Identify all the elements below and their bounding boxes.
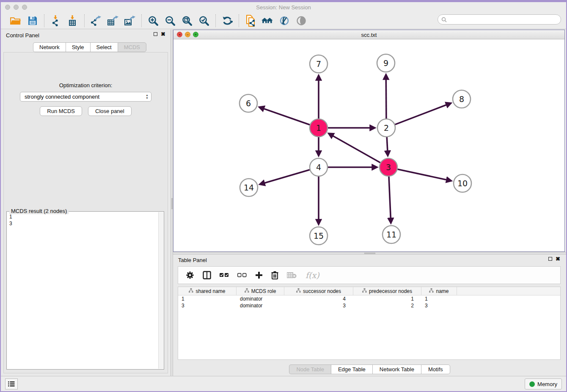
function-icon: f(x) xyxy=(306,271,319,280)
tab-select[interactable]: Select xyxy=(90,42,118,52)
cell-MCDS-role[interactable]: dominator xyxy=(237,295,284,302)
search-box[interactable] xyxy=(438,14,561,25)
open-session-button[interactable] xyxy=(8,14,23,28)
node-10[interactable]: 10 xyxy=(454,174,471,192)
add-row-button[interactable] xyxy=(255,268,263,282)
column-header-name[interactable]: name xyxy=(421,287,457,295)
tab-network[interactable]: Network xyxy=(33,42,66,52)
close-panel-button[interactable]: Close panel xyxy=(88,106,132,116)
import-network-button[interactable] xyxy=(49,14,63,28)
node-9[interactable]: 9 xyxy=(377,54,395,72)
network-window-title: scc.txt xyxy=(173,32,564,38)
node-11[interactable]: 11 xyxy=(383,226,400,243)
network-canvas[interactable]: 7968124314101511 xyxy=(173,39,564,251)
float-panel-icon[interactable] xyxy=(154,32,157,36)
import-table-button[interactable] xyxy=(66,14,80,28)
gear-button[interactable] xyxy=(186,268,194,282)
edge-4-14[interactable] xyxy=(261,170,310,184)
cell-predecessor-nodes[interactable]: 1 xyxy=(353,295,421,302)
zoom-out-icon xyxy=(165,15,176,26)
table-toolbar: f(x) xyxy=(178,266,561,284)
tab-network-table[interactable]: Network Table xyxy=(372,364,421,374)
search-input[interactable] xyxy=(447,15,561,24)
edge-2-9[interactable] xyxy=(386,75,386,119)
node-15[interactable]: 15 xyxy=(310,227,328,245)
tab-mcds[interactable]: MCDS xyxy=(118,42,146,52)
refresh-button[interactable] xyxy=(220,14,234,28)
node-1[interactable]: 1 xyxy=(310,119,328,137)
optimization-criterion-label: Optimization criterion: xyxy=(4,82,168,88)
tab-style[interactable]: Style xyxy=(66,42,90,52)
task-history-button[interactable] xyxy=(5,378,18,389)
float-panel-icon[interactable] xyxy=(548,257,552,261)
tab-edge-table[interactable]: Edge Table xyxy=(331,364,372,374)
cell-predecessor-nodes[interactable]: 2 xyxy=(353,302,421,309)
node-7[interactable]: 7 xyxy=(310,55,328,73)
cell-shared-name[interactable]: 1 xyxy=(178,295,237,302)
splitter-grip[interactable] xyxy=(171,198,173,209)
svg-text:9: 9 xyxy=(383,58,388,68)
criterion-dropdown[interactable]: strongly connected component ▲▼ xyxy=(20,92,151,102)
edge-3-11[interactable] xyxy=(389,177,391,222)
edge-2-3[interactable] xyxy=(387,137,388,155)
column-header-successor-nodes[interactable]: successor nodes xyxy=(284,287,353,295)
run-mcds-button[interactable]: Run MCDS xyxy=(40,106,82,116)
main-toolbar xyxy=(1,12,566,29)
cell-MCDS-role[interactable]: dominator xyxy=(237,302,284,309)
export-table-button[interactable] xyxy=(106,14,120,28)
edge-3-1[interactable] xyxy=(329,134,380,163)
edge-1-6[interactable] xyxy=(260,108,310,125)
zoom-in-button[interactable] xyxy=(146,14,160,28)
cell-name[interactable]: 3 xyxy=(421,302,457,309)
mcds-result-group: MCDS result (2 nodes) 1 3 xyxy=(6,211,164,370)
node-table[interactable]: shared nameMCDS rolesuccessor nodesprede… xyxy=(178,287,561,360)
node-8[interactable]: 8 xyxy=(453,90,471,108)
refresh-icon xyxy=(222,16,233,26)
node-3[interactable]: 3 xyxy=(380,158,397,176)
memory-button[interactable]: Memory xyxy=(525,378,562,389)
cell-name[interactable]: 1 xyxy=(421,295,457,302)
select-all-button[interactable] xyxy=(220,268,229,282)
home-button[interactable] xyxy=(260,14,275,28)
result-scrollbar[interactable] xyxy=(158,212,163,369)
show-graphics-details-button[interactable] xyxy=(294,14,308,28)
hide-graphics-details-button[interactable] xyxy=(277,14,292,28)
node-6[interactable]: 6 xyxy=(239,94,257,112)
save-session-button[interactable] xyxy=(25,14,40,28)
edge-2-8[interactable] xyxy=(395,103,450,124)
hide-graphics-details-icon xyxy=(279,15,290,26)
tab-motifs[interactable]: Motifs xyxy=(421,364,450,374)
zoom-fit-button[interactable] xyxy=(180,14,194,28)
edge-3-10[interactable] xyxy=(398,169,451,181)
splitter-grip[interactable] xyxy=(364,253,375,254)
column-header-predecessor-nodes[interactable]: predecessor nodes xyxy=(353,287,421,295)
export-image-button[interactable] xyxy=(123,14,137,28)
open-session-icon xyxy=(10,16,21,26)
delete-row-button[interactable] xyxy=(271,268,278,282)
zoom-selected-button[interactable] xyxy=(197,14,211,28)
table-row[interactable]: 1dominator411 xyxy=(178,295,560,302)
column-header-shared-name[interactable]: shared name xyxy=(178,287,237,295)
network-window-titlebar[interactable]: × − + scc.txt xyxy=(173,30,564,39)
mcds-panel: Optimization criterion: strongly connect… xyxy=(3,52,168,373)
close-panel-icon[interactable]: ✖ xyxy=(556,257,560,261)
svg-text:4: 4 xyxy=(316,163,321,172)
table-row[interactable]: 3dominator323 xyxy=(178,302,560,309)
tab-node-table[interactable]: Node Table xyxy=(289,364,331,374)
cell-successor-nodes[interactable]: 3 xyxy=(284,302,353,309)
deselect-all-button[interactable] xyxy=(237,268,247,282)
close-panel-icon[interactable]: ✖ xyxy=(161,32,165,36)
zoom-out-button[interactable] xyxy=(163,14,177,28)
column-header-MCDS-role[interactable]: MCDS role xyxy=(237,287,284,295)
cell-shared-name[interactable]: 3 xyxy=(178,302,237,309)
select-all-icon xyxy=(220,273,229,277)
node-14[interactable]: 14 xyxy=(240,179,258,196)
clone-network-icon xyxy=(245,15,256,27)
cell-successor-nodes[interactable]: 4 xyxy=(284,295,353,302)
gear-icon xyxy=(186,271,194,279)
clone-network-button[interactable] xyxy=(243,14,258,28)
export-network-button[interactable] xyxy=(89,14,103,28)
node-2[interactable]: 2 xyxy=(377,119,395,137)
node-4[interactable]: 4 xyxy=(310,158,328,176)
columns-button[interactable] xyxy=(203,268,211,282)
